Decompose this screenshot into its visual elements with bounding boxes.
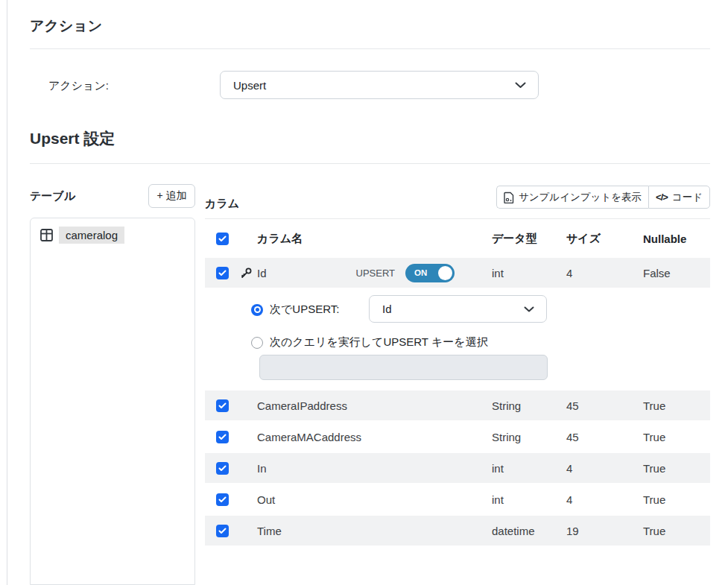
tables-label: テーブル <box>30 189 75 203</box>
column-name: Time <box>257 525 492 537</box>
table-list-item-cameralog[interactable]: cameralog <box>40 227 194 244</box>
table-grid-icon <box>40 229 53 241</box>
column-type: String <box>492 431 566 443</box>
upsert-section-title: Upsert 設定 <box>30 128 115 149</box>
upsert-section-divider <box>30 163 710 164</box>
tables-panel: cameralog <box>30 218 195 585</box>
upsert-query-input[interactable] <box>259 355 548 380</box>
show-sample-input-button[interactable]: サンプルインプットを表示 <box>496 186 648 209</box>
header-size: サイズ <box>566 232 643 246</box>
column-row-id: Id UPSERT ON int 4 False <box>205 258 710 288</box>
header-data-type: データ型 <box>492 232 566 246</box>
column-nullable: True <box>643 462 710 475</box>
add-table-button[interactable]: + 追加 <box>148 184 195 208</box>
columns-label: カラム <box>205 197 239 211</box>
upsert-query-radio-label: 次のクエリを実行してUPSERT キーを選択 <box>270 335 488 350</box>
column-row: Out int 4 True <box>205 484 710 514</box>
column-size: 4 <box>566 462 643 475</box>
column-name: Out <box>257 493 492 506</box>
column-nullable: False <box>643 267 710 279</box>
column-size: 4 <box>566 267 643 279</box>
upsert-key-select[interactable]: Id <box>369 295 547 323</box>
code-button[interactable]: </> コード <box>648 186 710 209</box>
columns-table-header: カラム名 データ型 サイズ Nullable <box>205 219 710 258</box>
upsert-key-select-value: Id <box>370 303 524 315</box>
column-nullable: True <box>643 431 710 443</box>
upsert-options-panel: 次でUPSERT: Id 次のクエリを実行してUPSERT キーを選択 <box>205 289 710 390</box>
row-checkbox[interactable] <box>216 493 229 506</box>
column-nullable: True <box>643 525 710 537</box>
column-nullable: True <box>643 399 710 412</box>
column-row: CameraMACaddress String 45 True <box>205 422 710 452</box>
column-type: int <box>492 493 566 506</box>
header-nullable: Nullable <box>643 233 710 245</box>
column-row: Time datetime 19 True <box>205 516 710 546</box>
upsert-toggle-state: ON <box>414 268 427 277</box>
sample-file-icon <box>504 192 514 203</box>
column-name: Id <box>257 267 267 279</box>
columns-toolbar: サンプルインプットを表示 </> コード <box>496 186 710 209</box>
column-name: CameraIPaddress <box>257 399 492 412</box>
action-field-label: アクション: <box>48 79 109 93</box>
column-row: In int 4 True <box>205 453 710 483</box>
chevron-down-icon <box>524 306 534 312</box>
header-column-name: カラム名 <box>257 232 492 246</box>
column-size: 45 <box>566 399 643 412</box>
upsert-key-radio-label: 次でUPSERT: <box>270 303 339 317</box>
upsert-key-radio[interactable] <box>251 304 263 316</box>
column-size: 4 <box>566 493 643 506</box>
column-row: CameraIPaddress String 45 True <box>205 390 710 420</box>
code-button-label: コード <box>672 191 703 204</box>
column-type: datetime <box>492 525 566 537</box>
column-name: In <box>257 462 492 475</box>
show-sample-input-label: サンプルインプットを表示 <box>519 191 642 204</box>
page-left-divider <box>7 0 7 585</box>
row-checkbox[interactable] <box>216 267 229 279</box>
row-checkbox[interactable] <box>216 399 229 412</box>
action-section-title: アクション <box>30 16 102 36</box>
columns-table: カラム名 データ型 サイズ Nullable Id UPSERT ON <box>205 218 710 547</box>
row-checkbox[interactable] <box>216 462 229 475</box>
column-size: 19 <box>566 525 643 537</box>
column-type: String <box>492 399 566 412</box>
toggle-knob <box>438 266 452 280</box>
chevron-down-icon <box>515 82 526 89</box>
action-select-value: Upsert <box>221 79 515 92</box>
column-type: int <box>492 267 566 279</box>
row-checkbox[interactable] <box>216 431 229 443</box>
code-icon: </> <box>656 192 668 203</box>
column-name: CameraMACaddress <box>257 431 492 443</box>
table-item-name: cameralog <box>59 227 124 244</box>
column-size: 45 <box>566 431 643 443</box>
column-nullable: True <box>643 493 710 506</box>
row-checkbox[interactable] <box>216 525 229 537</box>
action-section-divider <box>30 48 710 49</box>
action-select[interactable]: Upsert <box>220 71 539 99</box>
select-all-checkbox[interactable] <box>216 233 229 245</box>
primary-key-icon <box>240 267 257 279</box>
upsert-toggle[interactable]: ON <box>405 264 455 282</box>
column-type: int <box>492 462 566 475</box>
upsert-label: UPSERT <box>356 268 396 279</box>
upsert-query-radio[interactable] <box>251 337 263 349</box>
